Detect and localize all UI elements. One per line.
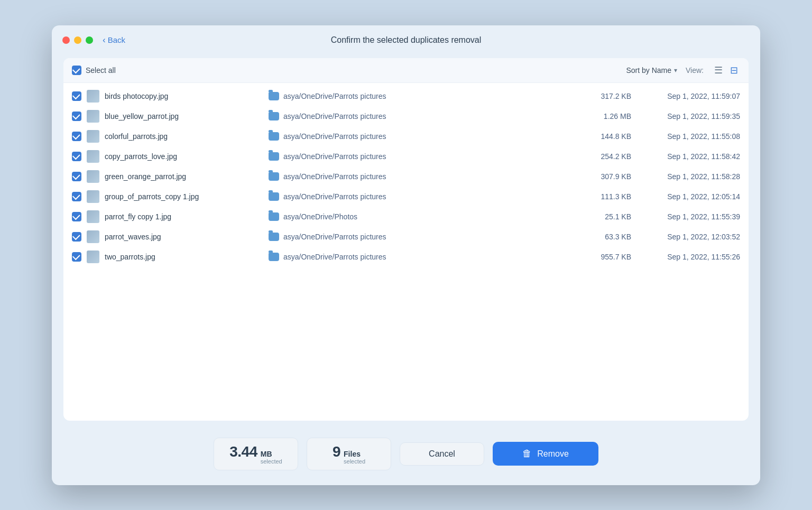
traffic-lights: [62, 36, 93, 44]
file-name-5: group_of_parrots_copy 1.jpg: [105, 192, 253, 201]
select-all-label: Select all: [86, 66, 116, 75]
row-checkbox-8[interactable]: [72, 252, 81, 262]
count-unit: Files: [344, 450, 361, 458]
folder-path-1: asya/OneDrive/Parrots pictures: [283, 112, 386, 120]
count-number: 9: [333, 443, 340, 460]
folder-path-4: asya/OneDrive/Parrots pictures: [283, 172, 386, 181]
folder-path-3: asya/OneDrive/Parrots pictures: [283, 152, 386, 161]
file-date-0: Sep 1, 2022, 11:59:07: [640, 92, 740, 100]
file-thumbnail-5: [87, 190, 99, 203]
file-thumbnail-6: [87, 210, 99, 223]
folder-path-8: asya/OneDrive/Parrots pictures: [283, 253, 386, 261]
file-name-2: colorful_parrots.jpg: [105, 132, 253, 141]
sort-by-button[interactable]: Sort by Name ▾: [626, 66, 677, 75]
select-all-area[interactable]: Select all: [72, 66, 116, 75]
toolbar-right: Sort by Name ▾ View: ☰ ⊟: [626, 63, 740, 77]
sort-chevron-icon: ▾: [674, 67, 677, 74]
row-checkbox-3[interactable]: [72, 152, 81, 161]
table-row[interactable]: birds photocopy.jpg asya/OneDrive/Parrot…: [63, 86, 749, 106]
minimize-button[interactable]: [74, 36, 81, 44]
file-date-1: Sep 1, 2022, 11:59:35: [640, 112, 740, 120]
back-label: Back: [108, 35, 125, 44]
folder-icon-wrap-8: asya/OneDrive/Parrots pictures: [269, 253, 386, 261]
file-thumbnail-2: [87, 130, 99, 143]
sort-label: Sort by Name: [626, 66, 671, 75]
folder-path-6: asya/OneDrive/Photos: [283, 212, 357, 221]
file-date-2: Sep 1, 2022, 11:55:08: [640, 132, 740, 141]
detail-view-icon[interactable]: ⊟: [728, 63, 740, 77]
count-stat-box: 9 Files selected: [307, 438, 391, 470]
row-checkbox-4[interactable]: [72, 172, 81, 181]
file-size-0: 317.2 KB: [578, 92, 631, 100]
file-thumbnail-8: [87, 251, 99, 263]
folder-icon-7: [269, 233, 279, 241]
table-row[interactable]: two_parrots.jpg asya/OneDrive/Parrots pi…: [63, 247, 749, 267]
table-row[interactable]: parrot_waves.jpg asya/OneDrive/Parrots p…: [63, 227, 749, 247]
folder-icon-wrap-2: asya/OneDrive/Parrots pictures: [269, 132, 386, 141]
row-checkbox-5[interactable]: [72, 192, 81, 201]
row-checkbox-6[interactable]: [72, 212, 81, 221]
file-thumbnail-4: [87, 170, 99, 183]
file-name-7: parrot_waves.jpg: [105, 233, 253, 241]
back-button[interactable]: ‹ Back: [103, 35, 125, 45]
chevron-left-icon: ‹: [103, 35, 106, 45]
file-thumbnail-0: [87, 90, 99, 103]
size-unit-group: MB selected: [261, 450, 282, 465]
folder-path-2: asya/OneDrive/Parrots pictures: [283, 132, 386, 141]
folder-icon-0: [269, 92, 279, 100]
file-name-1: blue_yellow_parrot.jpg: [105, 112, 253, 120]
file-size-2: 144.8 KB: [578, 132, 631, 141]
file-size-7: 63.3 KB: [578, 233, 631, 241]
count-unit-group: Files selected: [344, 450, 365, 465]
count-label: selected: [344, 458, 365, 465]
table-row[interactable]: green_orange_parrot.jpg asya/OneDrive/Pa…: [63, 166, 749, 187]
folder-icon-1: [269, 112, 279, 120]
table-row[interactable]: group_of_parrots_copy 1.jpg asya/OneDriv…: [63, 187, 749, 207]
row-checkbox-1[interactable]: [72, 112, 81, 121]
table-row[interactable]: copy_parrots_love.jpg asya/OneDrive/Parr…: [63, 146, 749, 166]
maximize-button[interactable]: [86, 36, 93, 44]
list-view-icon[interactable]: ☰: [712, 63, 725, 77]
folder-icon-wrap-7: asya/OneDrive/Parrots pictures: [269, 233, 386, 241]
folder-icon-wrap-3: asya/OneDrive/Parrots pictures: [269, 152, 386, 161]
folder-icon-6: [269, 212, 279, 221]
folder-path-7: asya/OneDrive/Parrots pictures: [283, 233, 386, 241]
content-area: Select all Sort by Name ▾ View: ☰ ⊟: [52, 53, 760, 427]
remove-button[interactable]: 🗑 Remove: [493, 442, 598, 466]
folder-icon-3: [269, 152, 279, 161]
cancel-button[interactable]: Cancel: [400, 442, 484, 466]
close-button[interactable]: [62, 36, 70, 44]
file-thumbnail-1: [87, 110, 99, 123]
folder-icon-wrap-1: asya/OneDrive/Parrots pictures: [269, 112, 386, 120]
file-thumbnail-7: [87, 230, 99, 243]
file-name-4: green_orange_parrot.jpg: [105, 172, 253, 181]
folder-icon-4: [269, 172, 279, 181]
folder-path-5: asya/OneDrive/Parrots pictures: [283, 192, 386, 201]
file-date-6: Sep 1, 2022, 11:55:39: [640, 212, 740, 221]
size-label: selected: [261, 458, 282, 465]
titlebar: ‹ Back Confirm the selected duplicates r…: [52, 25, 760, 53]
table-row[interactable]: blue_yellow_parrot.jpg asya/OneDrive/Par…: [63, 106, 749, 126]
file-date-7: Sep 1, 2022, 12:03:52: [640, 233, 740, 241]
row-checkbox-7[interactable]: [72, 232, 81, 242]
window-title: Confirm the selected duplicates removal: [331, 35, 482, 45]
select-all-checkbox[interactable]: [72, 66, 81, 75]
file-name-3: copy_parrots_love.jpg: [105, 152, 253, 161]
file-list: birds photocopy.jpg asya/OneDrive/Parrot…: [63, 83, 749, 421]
file-size-4: 307.9 KB: [578, 172, 631, 181]
file-date-3: Sep 1, 2022, 11:58:42: [640, 152, 740, 161]
table-row[interactable]: parrot_fly copy 1.jpg asya/OneDrive/Phot…: [63, 207, 749, 227]
row-checkbox-0[interactable]: [72, 91, 81, 101]
file-thumbnail-3: [87, 150, 99, 163]
file-size-6: 25.1 KB: [578, 212, 631, 221]
folder-icon-8: [269, 253, 279, 261]
main-window: ‹ Back Confirm the selected duplicates r…: [52, 25, 760, 485]
folder-icon-wrap-0: asya/OneDrive/Parrots pictures: [269, 92, 386, 100]
file-size-1: 1.26 MB: [578, 112, 631, 120]
row-checkbox-2[interactable]: [72, 132, 81, 141]
remove-label: Remove: [537, 449, 569, 459]
folder-path-0: asya/OneDrive/Parrots pictures: [283, 92, 386, 100]
table-row[interactable]: colorful_parrots.jpg asya/OneDrive/Parro…: [63, 126, 749, 146]
folder-icon-wrap-6: asya/OneDrive/Photos: [269, 212, 357, 221]
file-size-8: 955.7 KB: [578, 253, 631, 261]
